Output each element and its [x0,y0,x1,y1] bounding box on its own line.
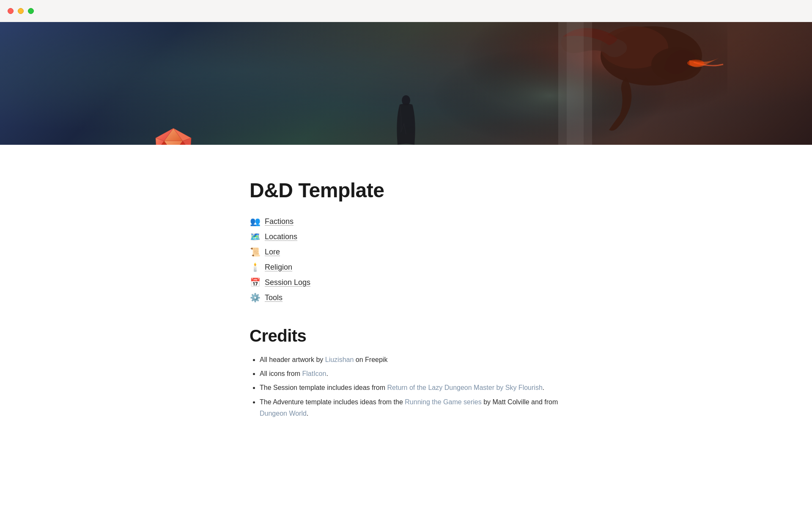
page-title: D&D Template [250,179,562,202]
nav-item-religion[interactable]: 🕯️ Religion [250,260,562,275]
nav-item-factions[interactable]: 👥 Factions [250,214,562,229]
credits-artwork-link[interactable]: Liuzishan [325,356,354,363]
minimize-button[interactable] [18,8,24,14]
svg-rect-7 [567,22,584,145]
credits-artwork-text-before: All header artwork by [260,356,325,363]
religion-icon: 🕯️ [250,262,261,272]
main-content: D&D Template 👥 Factions 🗺️ Locations 📜 L… [0,22,812,419]
factions-icon: 👥 [250,216,261,226]
figure-silhouette [393,94,419,145]
svg-point-5 [687,60,704,66]
nav-item-locations[interactable]: 🗺️ Locations [250,229,562,244]
maximize-button[interactable] [28,8,34,14]
nav-item-tools[interactable]: ⚙️ Tools [250,290,562,305]
credits-item-session: The Session template includes ideas from… [260,382,562,393]
credits-artwork-text-after: on Freepik [354,356,387,363]
credits-adventure-text-before: The Adventure template includes ideas fr… [260,398,405,406]
tools-label[interactable]: Tools [265,293,283,302]
session-logs-icon: 📅 [250,277,261,287]
locations-label[interactable]: Locations [265,232,297,241]
credits-icons-link[interactable]: FlatIcon [302,370,326,377]
dragon-illustration [431,22,727,145]
credits-session-text-after: . [543,384,544,391]
close-button[interactable] [8,8,14,14]
credits-adventure-link2[interactable]: Dungeon World [260,410,307,417]
nav-item-session-logs[interactable]: 📅 Session Logs [250,275,562,290]
nav-list: 👥 Factions 🗺️ Locations 📜 Lore 🕯️ Religi… [250,214,562,305]
credits-session-link[interactable]: Return of the Lazy Dungeon Master by Sky… [387,384,542,391]
credits-item-adventure: The Adventure template includes ideas fr… [260,396,562,419]
credits-adventure-text-after: . [307,410,308,417]
credits-icons-text-before: All icons from [260,370,302,377]
titlebar [0,0,812,22]
credits-session-text-before: The Session template includes ideas from [260,384,387,391]
locations-icon: 🗺️ [250,232,261,242]
credits-item-artwork: All header artwork by Liuzishan on Freep… [260,354,562,365]
credits-adventure-link1[interactable]: Running the Game series [405,398,481,406]
svg-marker-12 [164,141,183,145]
credits-list: All header artwork by Liuzishan on Freep… [250,354,562,419]
hero-banner [0,22,812,145]
session-logs-label[interactable]: Session Logs [265,278,310,287]
religion-label[interactable]: Religion [265,263,292,272]
content-area: D&D Template 👥 Factions 🗺️ Locations 📜 L… [216,145,596,419]
factions-label[interactable]: Factions [265,217,294,226]
nav-item-lore[interactable]: 📜 Lore [250,244,562,260]
credits-adventure-text-mid: by Matt Colville and from [482,398,558,406]
lore-label[interactable]: Lore [265,248,280,257]
credits-icons-text-after: . [326,370,328,377]
tools-icon: ⚙️ [250,293,261,303]
credits-item-icons: All icons from FlatIcon. [260,368,562,379]
lore-icon: 📜 [250,247,261,257]
credits-title: Credits [250,326,562,345]
page-icon [152,126,195,145]
